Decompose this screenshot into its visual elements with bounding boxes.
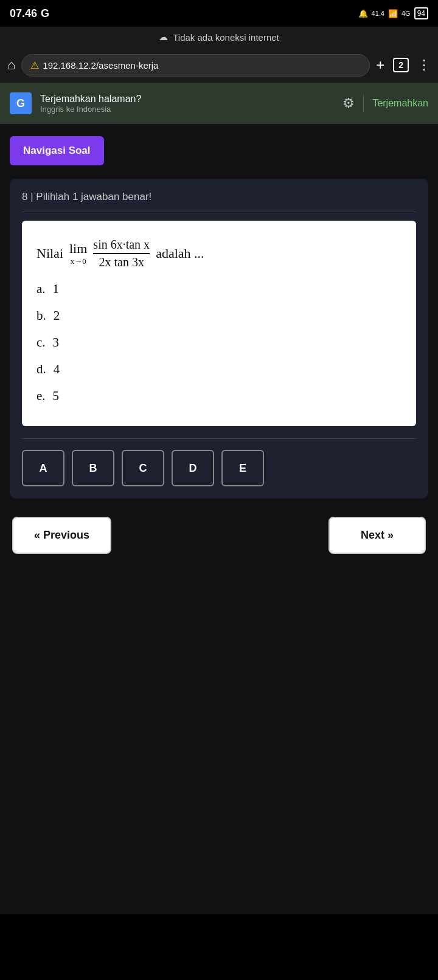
- status-time-carrier: 07.46 G: [10, 7, 49, 20]
- no-internet-message: Tidak ada koneksi internet: [173, 32, 279, 43]
- bottom-separator-line: [22, 438, 416, 439]
- math-nilai: Nilai: [36, 246, 63, 261]
- battery-icon: 94: [414, 7, 428, 19]
- answer-button-a[interactable]: A: [22, 450, 64, 486]
- option-a-label: a.: [36, 275, 46, 302]
- answer-buttons: A B C D E: [22, 450, 416, 486]
- nav-buttons: « Previous Next »: [10, 517, 428, 554]
- tab-count[interactable]: 2: [393, 58, 409, 72]
- translate-text-area: Terjemahkan halaman? Inggris ke Indonesi…: [40, 94, 334, 114]
- url-text: 192.168.12.2/asesmen-kerja: [43, 60, 158, 71]
- url-bar[interactable]: ⚠ 192.168.12.2/asesmen-kerja: [21, 54, 370, 77]
- no-internet-bar: ☁ Tidak ada koneksi internet: [0, 27, 438, 47]
- question-header: 8 | Pilihlah 1 jawaban benar!: [22, 191, 416, 203]
- list-item: e.5: [36, 382, 401, 409]
- translate-divider: [363, 94, 364, 112]
- translate-bar: G Terjemahkan halaman? Inggris ke Indone…: [0, 83, 438, 124]
- math-lim-sub: x→0: [69, 257, 87, 266]
- status-time: 07.46: [10, 7, 37, 20]
- list-item: a.1: [36, 275, 401, 302]
- signal-label: 41.4: [372, 10, 384, 17]
- math-denominator: 2x tan 3x: [99, 254, 144, 269]
- option-e-value: 5: [53, 382, 60, 409]
- math-display: Nilai lim x→0 sin 6x·tan x 2x tan 3x ada…: [22, 221, 416, 426]
- add-tab-button[interactable]: +: [376, 57, 384, 74]
- network-label: 4G: [401, 10, 411, 17]
- wifi-icon: 📶: [388, 9, 398, 18]
- list-item: d.4: [36, 356, 401, 382]
- status-carrier: G: [41, 7, 49, 20]
- status-icons: 🔔 41.4 📶 4G 94: [358, 7, 428, 19]
- answer-button-e[interactable]: E: [221, 450, 264, 486]
- google-translate-icon: G: [10, 92, 32, 114]
- question-separator-text: |: [30, 191, 36, 202]
- nav-soal-button[interactable]: Navigasi Soal: [10, 136, 104, 165]
- question-separator-line: [22, 212, 416, 212]
- option-a-value: 1: [53, 275, 60, 302]
- translate-button[interactable]: Terjemahkan: [372, 98, 428, 109]
- option-d-label: d.: [36, 356, 46, 382]
- option-c-value: 3: [53, 329, 60, 356]
- math-expression-line: Nilai lim x→0 sin 6x·tan x 2x tan 3x ada…: [36, 238, 401, 269]
- status-bar: 07.46 G 🔔 41.4 📶 4G 94: [0, 0, 438, 27]
- list-item: b.2: [36, 302, 401, 329]
- answer-button-b[interactable]: B: [72, 450, 114, 486]
- answer-button-c[interactable]: C: [122, 450, 164, 486]
- option-b-label: b.: [36, 302, 46, 329]
- option-e-label: e.: [36, 382, 46, 409]
- answer-button-d[interactable]: D: [172, 450, 214, 486]
- translate-title: Terjemahkan halaman?: [40, 94, 334, 105]
- translate-subtitle: Inggris ke Indonesia: [40, 105, 334, 114]
- url-warning-icon: ⚠: [30, 60, 39, 71]
- page-content: Navigasi Soal 8 | Pilihlah 1 jawaban ben…: [0, 124, 438, 914]
- question-number: 8: [22, 191, 27, 202]
- list-item: c.3: [36, 329, 401, 356]
- answer-list: a.1 b.2 c.3 d.4 e.5: [36, 275, 401, 409]
- option-d-value: 4: [54, 356, 60, 382]
- math-fraction: sin 6x·tan x 2x tan 3x: [93, 238, 150, 269]
- option-c-label: c.: [36, 329, 46, 356]
- browser-bar: ⌂ ⚠ 192.168.12.2/asesmen-kerja + 2 ⋮: [0, 47, 438, 83]
- question-instruction: Pilihlah 1 jawaban benar!: [36, 191, 151, 202]
- browser-actions: + 2 ⋮: [376, 57, 431, 74]
- translate-settings-icon[interactable]: ⚙: [342, 95, 355, 111]
- more-menu-icon[interactable]: ⋮: [417, 57, 431, 73]
- option-b-value: 2: [54, 302, 60, 329]
- home-icon[interactable]: ⌂: [7, 57, 15, 73]
- next-button[interactable]: Next »: [328, 517, 426, 554]
- math-suffix: adalah ...: [156, 246, 204, 261]
- math-lim: lim x→0: [69, 241, 87, 266]
- question-card: 8 | Pilihlah 1 jawaban benar! Nilai lim …: [10, 179, 428, 499]
- alarm-icon: 🔔: [358, 9, 368, 18]
- previous-button[interactable]: « Previous: [12, 517, 111, 554]
- no-internet-icon: ☁: [159, 32, 168, 43]
- math-numerator: sin 6x·tan x: [93, 238, 150, 254]
